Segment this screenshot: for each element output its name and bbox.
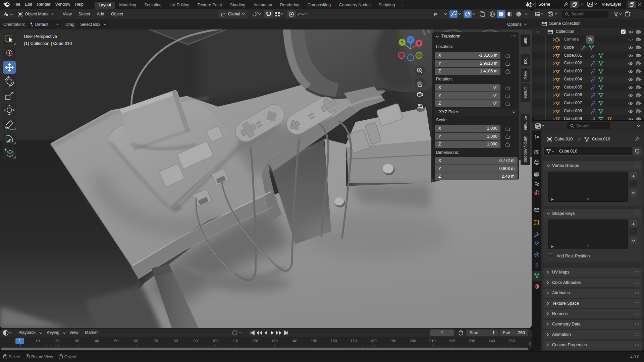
svg-text:X: X [418,41,420,45]
svg-text:Y: Y [401,40,404,44]
svg-text:Z: Z [410,38,412,42]
